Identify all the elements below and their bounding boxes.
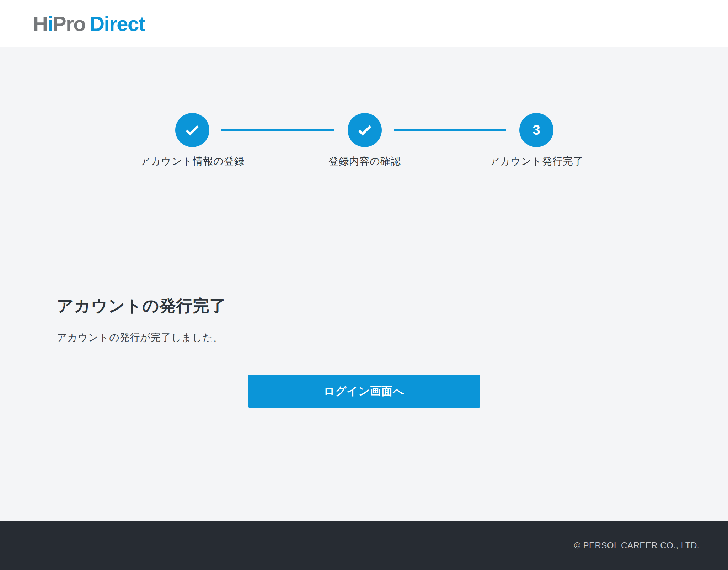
check-icon (185, 125, 199, 136)
completion-message: アカウントの発行が完了しました。 (57, 332, 728, 344)
step-2-circle-completed (348, 113, 382, 147)
logo-text-i: i (47, 12, 53, 35)
stepper-connector-2 (394, 129, 506, 131)
hipro-direct-logo[interactable]: HiProDirect (33, 12, 145, 36)
logo-text-direct: Direct (90, 12, 145, 35)
step-2-label: 登録内容の確認 (294, 155, 436, 168)
step-1-label: アカウント情報の登録 (121, 155, 263, 168)
stepper-connector-1 (221, 129, 334, 131)
logo-text-h: H (33, 12, 47, 35)
progress-stepper: 3 アカウント情報の登録 登録内容の確認 アカウント発行完了 (140, 113, 588, 166)
copyright-text: © PERSOL CAREER CO., LTD. (574, 541, 700, 550)
step-1-circle-completed (175, 113, 209, 147)
step-3-circle-current: 3 (519, 113, 553, 147)
login-button[interactable]: ログイン画面へ (248, 375, 480, 408)
page-title: アカウントの発行完了 (57, 296, 728, 315)
check-icon (358, 125, 372, 136)
app-header: HiProDirect (0, 0, 728, 47)
step-3-label: アカウント発行完了 (465, 155, 607, 168)
app-footer: © PERSOL CAREER CO., LTD. (0, 521, 728, 570)
logo-text-pro: Pro (53, 12, 85, 35)
step-3-number: 3 (532, 123, 540, 138)
main-content: 3 アカウント情報の登録 登録内容の確認 アカウント発行完了 アカウントの発行完… (0, 47, 728, 521)
